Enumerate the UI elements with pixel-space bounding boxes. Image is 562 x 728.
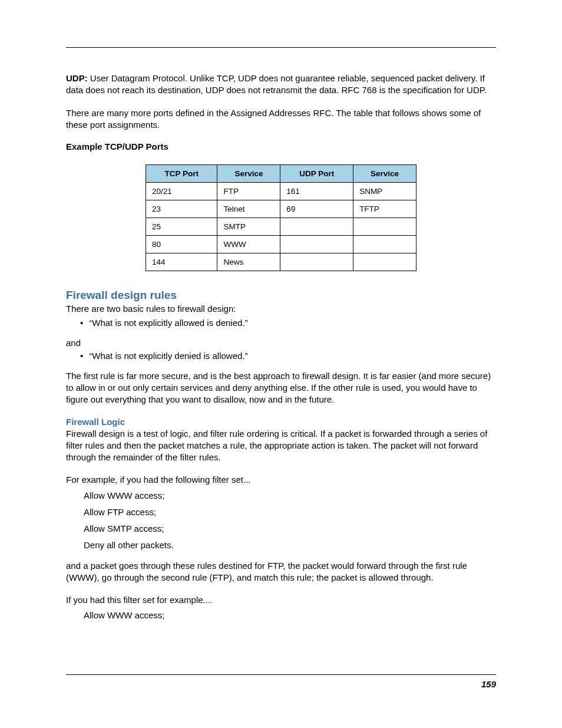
- fw-logic-para2: and a packet goes through these rules de…: [66, 560, 496, 584]
- bottom-horizontal-rule: [66, 674, 496, 675]
- table-cell: 80: [146, 236, 217, 253]
- and-word: and: [66, 338, 496, 348]
- filter-rule: Allow FTP access;: [84, 506, 496, 518]
- table-cell: [280, 218, 353, 236]
- example-ports-heading: Example TCP/UDP Ports: [66, 141, 496, 151]
- table-cell: [353, 253, 416, 271]
- table-row: 20/21 FTP 161 SNMP: [146, 183, 416, 200]
- table-cell: 20/21: [146, 183, 217, 200]
- table-header: UDP Port: [280, 165, 353, 183]
- table-cell: 144: [146, 253, 217, 271]
- fw-rules-paragraph: The first rule is far more secure, and i…: [66, 370, 496, 406]
- filter-rule: Allow WWW access;: [84, 610, 496, 621]
- filter-rule: Allow SMTP access;: [84, 523, 496, 535]
- table-header: Service: [353, 165, 416, 183]
- fw-logic-example2-intro: If you had this filter set for example..…: [66, 594, 496, 606]
- table-cell: 25: [146, 218, 217, 236]
- rule-list-1: “What is not explicitly allowed is denie…: [66, 317, 496, 329]
- table-cell: SMTP: [217, 218, 280, 236]
- table-cell: [353, 236, 416, 253]
- table-row: 25 SMTP: [146, 218, 416, 236]
- table-cell: FTP: [217, 183, 280, 200]
- more-ports-paragraph: There are many more ports defined in the…: [66, 107, 496, 131]
- rule-list-2: “What is not explicitly denied is allowe…: [66, 350, 496, 362]
- table-cell: SNMP: [353, 183, 416, 200]
- table-header: TCP Port: [146, 165, 217, 183]
- ports-table: TCP Port Service UDP Port Service 20/21 …: [146, 164, 416, 271]
- udp-paragraph: UDP: User Datagram Protocol. Unlike TCP,…: [66, 73, 496, 97]
- table-cell: 23: [146, 200, 217, 218]
- fw-rules-intro: There are two basic rules to firewall de…: [66, 303, 496, 315]
- firewall-design-rules-heading: Firewall design rules: [66, 289, 496, 302]
- filter-rule: Allow WWW access;: [84, 490, 496, 502]
- fw-logic-para1: Firewall design is a test of logic, and …: [66, 428, 496, 464]
- firewall-logic-heading: Firewall Logic: [66, 417, 496, 427]
- page-number: 159: [481, 679, 496, 689]
- table-cell: WWW: [217, 236, 280, 253]
- table-header: Service: [217, 165, 280, 183]
- page: UDP: User Datagram Protocol. Unlike TCP,…: [0, 0, 562, 728]
- list-item: “What is not explicitly allowed is denie…: [72, 317, 496, 329]
- table-header-row: TCP Port Service UDP Port Service: [146, 165, 416, 183]
- table-cell: 69: [280, 200, 353, 218]
- table-cell: Telnet: [217, 200, 280, 218]
- udp-label: UDP:: [66, 73, 88, 83]
- table-cell: TFTP: [353, 200, 416, 218]
- list-item: “What is not explicitly denied is allowe…: [72, 350, 496, 362]
- table-cell: 161: [280, 183, 353, 200]
- table-cell: News: [217, 253, 280, 271]
- table-row: 23 Telnet 69 TFTP: [146, 200, 416, 218]
- filter-set-1: Allow WWW access; Allow FTP access; Allo…: [84, 490, 496, 552]
- filter-set-2: Allow WWW access;: [84, 610, 496, 621]
- table-row: 144 News: [146, 253, 416, 271]
- fw-logic-example-intro: For example, if you had the following fi…: [66, 474, 496, 486]
- udp-text: User Datagram Protocol. Unlike TCP, UDP …: [66, 73, 487, 95]
- table-cell: [353, 218, 416, 236]
- table-cell: [280, 253, 353, 271]
- top-horizontal-rule: [66, 47, 496, 48]
- table-cell: [280, 236, 353, 253]
- table-row: 80 WWW: [146, 236, 416, 253]
- filter-rule: Deny all other packets.: [84, 539, 496, 551]
